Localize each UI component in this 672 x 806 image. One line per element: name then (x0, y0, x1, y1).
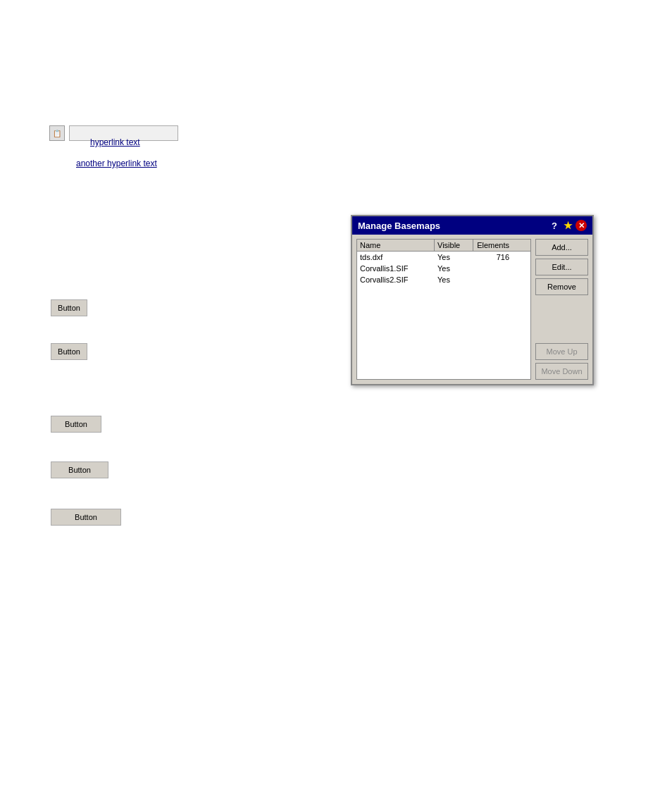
edit-icon: 📋 (53, 130, 61, 137)
row-name-2: Corvallis1.SIF (357, 264, 435, 273)
add-button[interactable]: Add... (535, 239, 588, 256)
row-name-3: Corvallis2.SIF (357, 275, 435, 285)
row-elements-3 (473, 275, 512, 285)
dialog-titlebar: Manage Basemaps ? ★ ✕ (352, 216, 592, 235)
table-row[interactable]: tds.dxf Yes 716 (357, 252, 530, 263)
basemaps-table: Name Visible Elements tds.dxf Yes 716 Co… (356, 239, 531, 380)
remove-button[interactable]: Remove (535, 278, 588, 295)
table-row[interactable]: Corvallis2.SIF Yes (357, 274, 530, 285)
table-header: Name Visible Elements (357, 240, 530, 252)
dialog-body: Name Visible Elements tds.dxf Yes 716 Co… (352, 235, 592, 384)
col-header-elements: Elements (473, 240, 512, 251)
col-header-visible: Visible (435, 240, 473, 251)
favorite-icon[interactable]: ★ (562, 220, 573, 231)
toolbar-icon[interactable]: 📋 (49, 125, 65, 141)
edit-button[interactable]: Edit... (535, 259, 588, 275)
close-icon[interactable]: ✕ (575, 220, 587, 231)
row-visible-1: Yes (435, 252, 473, 262)
dialog-title: Manage Basemaps (358, 221, 549, 231)
bg-button-5[interactable]: Button (51, 509, 121, 526)
link1[interactable]: hyperlink text (90, 137, 140, 147)
titlebar-icons: ? ★ ✕ (549, 220, 587, 231)
move-down-button[interactable]: Move Down (535, 363, 588, 380)
row-visible-2: Yes (435, 264, 473, 273)
col-header-name: Name (357, 240, 435, 251)
manage-basemaps-dialog: Manage Basemaps ? ★ ✕ Name Visible Eleme… (351, 215, 594, 385)
bg-button-4[interactable]: Button (51, 461, 108, 478)
link2[interactable]: another hyperlink text (76, 159, 157, 168)
bg-button-1[interactable]: Button (51, 299, 87, 316)
dialog-buttons-panel: Add... Edit... Remove Move Up Move Down (535, 239, 588, 380)
table-row[interactable]: Corvallis1.SIF Yes (357, 263, 530, 274)
bg-button-2[interactable]: Button (51, 343, 87, 360)
row-name-1: tds.dxf (357, 252, 435, 262)
move-up-button[interactable]: Move Up (535, 343, 588, 360)
row-visible-3: Yes (435, 275, 473, 285)
bg-button-3[interactable]: Button (51, 416, 101, 433)
help-icon[interactable]: ? (549, 220, 560, 231)
row-elements-2 (473, 264, 512, 273)
row-elements-1: 716 (473, 252, 512, 262)
